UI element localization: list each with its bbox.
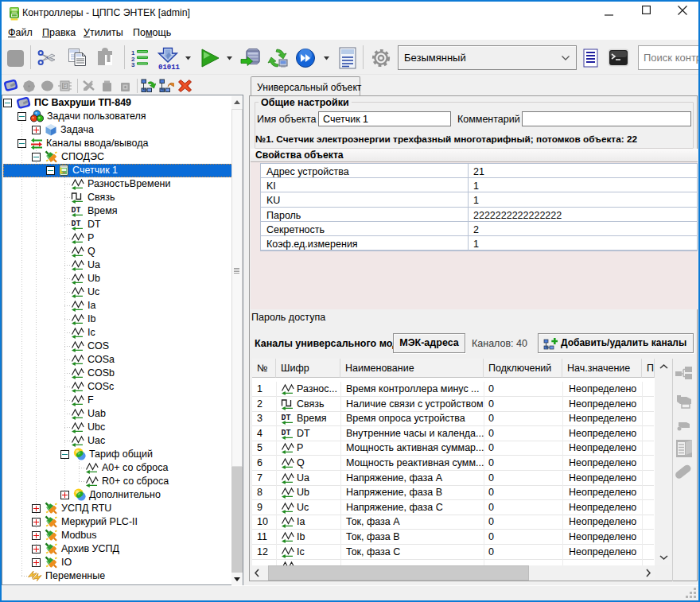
svg-text:F: F bbox=[64, 84, 67, 89]
svg-text:3: 3 bbox=[131, 61, 135, 67]
svg-text:01011: 01011 bbox=[158, 64, 181, 70]
